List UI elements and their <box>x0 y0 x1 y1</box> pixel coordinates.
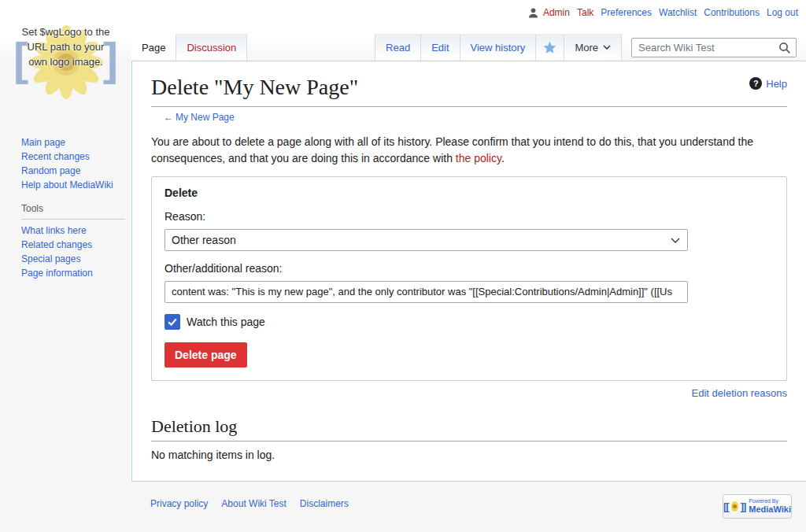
badge-bracket-left-icon: [[ <box>723 501 729 512</box>
sidebar: [ ] <box>0 0 131 482</box>
intro-period: . <box>501 152 505 164</box>
reason-label: Reason: <box>165 210 774 223</box>
intro-text: You are about to delete a page along wit… <box>151 135 753 164</box>
chevron-down-icon <box>603 45 611 50</box>
tab-page-label: Page <box>142 42 165 54</box>
tab-bar: Page Discussion Read Edit View history M… <box>131 34 806 61</box>
sidebar-item-random-page[interactable]: Random page <box>21 164 125 178</box>
tab-read-label: Read <box>386 42 410 54</box>
delete-page-button[interactable]: Delete page <box>165 342 247 368</box>
policy-link[interactable]: the policy <box>456 152 501 164</box>
wiki-logo[interactable]: [ ] <box>13 18 118 103</box>
footer-disclaimers[interactable]: Disclaimers <box>300 498 349 509</box>
search-input[interactable] <box>632 39 796 57</box>
tab-edit[interactable]: Edit <box>420 34 459 61</box>
other-reason-label: Other/additional reason: <box>165 262 774 275</box>
sidebar-item-special-pages[interactable]: Special pages <box>21 252 125 266</box>
footer-privacy-policy[interactable]: Privacy policy <box>150 498 208 509</box>
watch-star-button[interactable] <box>535 34 564 61</box>
checkmark-icon <box>167 316 178 327</box>
edit-deletion-reasons-link[interactable]: Edit deletion reasons <box>692 387 787 399</box>
personal-bar: Admin Talk Preferences Watchlist Contrib… <box>528 7 798 18</box>
reason-select-wrap: Other reason <box>165 229 688 251</box>
page-title: Delete "My New Page" <box>151 74 787 107</box>
footer-about[interactable]: About Wiki Test <box>221 498 286 509</box>
personal-link-username[interactable]: Admin <box>543 7 570 18</box>
delete-confirmation-text: You are about to delete a page along wit… <box>151 134 757 167</box>
footer-links: Privacy policy About Wiki Test Disclaime… <box>150 498 349 509</box>
tab-view-history[interactable]: View history <box>460 34 536 61</box>
breadcrumb: ←My New Page <box>164 112 787 123</box>
powered-by-mediawiki-badge[interactable]: [[ ]] Powered By MediaWiki <box>723 494 792 519</box>
tab-discussion-label: Discussion <box>187 42 236 54</box>
sidebar-item-main-page[interactable]: Main page <box>21 135 125 150</box>
badge-bracket-right-icon: ]] <box>741 501 746 512</box>
other-reason-input[interactable] <box>165 281 688 303</box>
sidebar-item-recent-changes[interactable]: Recent changes <box>21 150 125 164</box>
help-label: Help <box>766 78 787 90</box>
backlink-page[interactable]: My New Page <box>176 112 235 123</box>
badge-powered-by-text: Powered By <box>749 498 791 504</box>
edit-deletion-reasons-row: Edit deletion reasons <box>151 387 787 399</box>
reason-select[interactable]: Other reason <box>165 229 688 251</box>
personal-link-contributions[interactable]: Contributions <box>704 7 760 18</box>
sidebar-navigation: Main page Recent changes Random page Hel… <box>21 135 125 192</box>
watch-this-page-row: Watch this page <box>165 314 774 330</box>
back-arrow-icon: ← <box>164 112 173 123</box>
sidebar-item-help[interactable]: Help about MediaWiki <box>21 178 125 192</box>
more-dropdown[interactable]: More <box>564 34 622 61</box>
search-icon[interactable] <box>778 42 791 57</box>
tab-page[interactable]: Page <box>131 34 176 61</box>
badge-mediawiki-text: MediaWiki <box>749 504 791 515</box>
personal-link-talk[interactable]: Talk <box>577 7 593 18</box>
badge-sunflower-icon <box>731 501 738 512</box>
deletion-log-heading: Deletion log <box>151 416 787 441</box>
delete-fieldset: Delete Reason: Other reason Other/additi… <box>151 176 787 381</box>
search-box <box>631 38 797 57</box>
tab-read[interactable]: Read <box>375 34 420 61</box>
user-icon <box>528 8 538 18</box>
personal-link-logout[interactable]: Log out <box>767 7 798 18</box>
sidebar-item-related-changes[interactable]: Related changes <box>21 238 125 252</box>
sidebar-tools: What links here Related changes Special … <box>21 224 125 280</box>
more-label: More <box>575 42 598 54</box>
content-area: ? Help Delete "My New Page" ←My New Page… <box>131 61 806 482</box>
watch-label[interactable]: Watch this page <box>187 316 265 328</box>
fieldset-legend: Delete <box>165 187 774 199</box>
deletion-log-empty-text: No matching items in log. <box>151 449 787 461</box>
sidebar-tools-heading: Tools <box>21 203 125 220</box>
help-link[interactable]: ? Help <box>749 77 787 90</box>
personal-link-watchlist[interactable]: Watchlist <box>659 7 697 18</box>
tab-edit-label: Edit <box>431 42 449 54</box>
star-icon <box>543 41 556 54</box>
tab-view-history-label: View history <box>471 42 526 54</box>
personal-link-preferences[interactable]: Preferences <box>601 7 652 18</box>
sidebar-item-page-information[interactable]: Page information <box>21 266 125 280</box>
watch-checkbox[interactable] <box>165 314 180 330</box>
logo-placeholder-text: Set $wgLogo to the URL path to your own … <box>17 24 115 70</box>
help-icon: ? <box>749 77 762 90</box>
sidebar-item-what-links-here[interactable]: What links here <box>21 224 125 238</box>
tab-discussion[interactable]: Discussion <box>176 34 247 61</box>
